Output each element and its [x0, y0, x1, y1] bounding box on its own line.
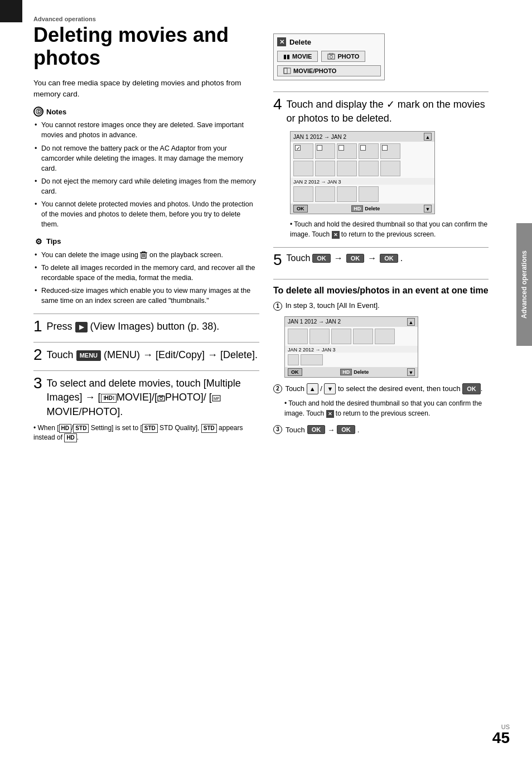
thumb-s-7 [301, 354, 323, 365]
step-5-text: Touch OK → OK → OK . [287, 253, 489, 263]
thumb-grid-1-date2: JAN 2 2012 → JAN 3 [291, 178, 434, 185]
step-1-text: Press ▶ (View Images) button (p. 38). [47, 320, 259, 334]
thumb-grid-1-rows [291, 142, 434, 178]
sub-step-1-num: 1 [273, 302, 282, 311]
step-3-note: • When [HD/STD Setting] is set to [STD S… [33, 423, 259, 443]
note-item-4: You cannot delete protected movies and p… [33, 199, 259, 229]
photo-icon-small [157, 395, 165, 402]
arrow-1: → [334, 253, 343, 263]
thumb-check-5 [382, 145, 388, 151]
sub-step-2: 2 Touch ▲ / ▼ to select the desired even… [273, 383, 489, 395]
divider-3 [33, 370, 259, 371]
thumb-check-1 [295, 145, 301, 151]
std-appears-badge: STD [201, 424, 217, 433]
top-bar-decoration [0, 0, 22, 22]
svg-rect-15 [284, 68, 287, 74]
side-tab: Advanced operations [516, 223, 532, 346]
svg-text:MP: MP [214, 397, 220, 401]
step-3: 3 To select and delete movies, touch [Mu… [33, 377, 259, 442]
thumb-cell-13 [337, 186, 357, 202]
thumb-cell-8 [337, 161, 357, 176]
thumb-cell-2 [315, 143, 335, 159]
movie-photo-icon-dialog [283, 67, 291, 74]
page-title: Deleting movies and photos [33, 23, 259, 70]
dialog-movie-btn: ▮▮ MOVIE [277, 51, 318, 62]
movie-icon-dialog: ▮▮ [283, 54, 290, 60]
note-x-icon-2: ✕ [326, 410, 334, 418]
side-tab-label: Advanced operations [520, 250, 528, 319]
step-4-note: • Touch and hold the desired thumbnail s… [290, 220, 489, 239]
section-label: Advanced operations [33, 16, 259, 22]
thumb-row-4 [288, 329, 415, 344]
sub-step-1: 1 In step 3, touch [All In Event]. [273, 301, 489, 311]
step-4-number: 4 [273, 97, 282, 112]
thumb-delete-label: Delete [365, 206, 380, 211]
thumb-row-5 [288, 354, 415, 365]
svg-point-12 [330, 56, 333, 59]
step-5: 5 Touch OK → OK → OK . [273, 253, 489, 268]
trash-icon [140, 251, 147, 259]
step-5-number: 5 [273, 252, 282, 268]
ok-sub-3-btn-2: OK [337, 425, 355, 434]
thumb-cell-11 [293, 186, 313, 202]
thumb-delete-label-2: Delete [354, 369, 369, 375]
notes-icon: Ⓓ [33, 107, 43, 117]
thumb-s-5 [375, 329, 395, 344]
thumb-row-1 [293, 143, 432, 159]
divider-2 [33, 342, 259, 343]
note-x-icon: ✕ [332, 231, 340, 239]
footer-hd-delete-2: HD Delete [340, 369, 369, 375]
thumb-grid-2-content [285, 327, 418, 346]
step-4: 4 Touch and display the ✓ mark on the mo… [273, 98, 489, 126]
notes-section-header: Ⓓ Notes [33, 107, 259, 117]
hd-instead-badge: HD [64, 433, 76, 442]
tip-item-2: To delete all images recorded in the mem… [33, 263, 259, 283]
scroll-down-btn: ▼ [424, 205, 432, 213]
thumb-cell-6 [293, 161, 313, 176]
thumb-grid-1-header: JAN 1 2012 → JAN 2 ▲ [291, 132, 434, 142]
thumb-grid-1-date1: JAN 1 2012 → JAN 2 [293, 134, 346, 140]
menu-button: MENU [76, 350, 101, 361]
step-2-text: Touch MENU (MENU) → [Edit/Copy] → [Delet… [47, 348, 259, 362]
step-3-number: 3 [33, 375, 42, 391]
notes-label: Notes [46, 108, 66, 116]
sub-step-2-num: 2 [273, 384, 282, 393]
dialog-area: ✕ Delete ▮▮ MOVIE PHOTO MOVIE/PHOTO [273, 33, 489, 80]
thumb-s-3 [331, 329, 351, 344]
sub-step-3-num: 3 [273, 425, 282, 434]
page-number: 45 [492, 730, 510, 746]
thumb-grid-2-footer: OK HD Delete ▼ [285, 367, 418, 377]
thumb-cell-4 [359, 143, 379, 159]
thumb-cell-5 [380, 143, 400, 159]
step-1-number: 1 [33, 319, 42, 334]
ok-btn-2: OK [346, 254, 365, 263]
thumb-row-2 [293, 161, 432, 176]
left-column: Advanced operations Deleting movies and … [22, 0, 268, 460]
delete-dialog: ✕ Delete ▮▮ MOVIE PHOTO MOVIE/PHOTO [273, 33, 385, 80]
photo-icon-dialog [327, 53, 335, 60]
thumb-s-1 [288, 329, 308, 344]
ok-btn-3: OK [380, 254, 398, 263]
thumb-check-4 [360, 145, 366, 151]
thumb-grid-1-footer: OK HD Delete ▼ [291, 204, 434, 214]
step-2: 2 Touch MENU (MENU) → [Edit/Copy] → [Del… [33, 348, 259, 363]
page-number-area: US 45 [492, 724, 510, 746]
tips-section-header: ⚙ Tips [33, 237, 259, 247]
dialog-buttons-row: ▮▮ MOVIE PHOTO [277, 51, 381, 62]
divider-5 [273, 247, 489, 248]
thumb-grid-2-header: JAN 1 2012 → JAN 2 ▲ [285, 317, 418, 327]
thumb-s-6 [288, 354, 299, 365]
dialog-photo-btn: PHOTO [321, 51, 365, 62]
arrow-sub-3: → [327, 426, 335, 434]
dialog-title-row: ✕ Delete [277, 37, 381, 46]
note-item-1: You cannot restore images once they are … [33, 120, 259, 140]
tip-item-1: You can delete the image using on the pl… [33, 250, 259, 260]
thumb-grid-2-row2 [285, 353, 418, 367]
thumb-cell-7 [315, 161, 335, 176]
period: . [400, 253, 403, 263]
tip-item-3: Reduced-size images which enable you to … [33, 286, 259, 306]
thumb-check-3 [338, 145, 344, 151]
sub-step-2-note: • Touch and hold the desired thumbnail s… [284, 399, 489, 418]
scroll-up-btn: ▲ [424, 133, 432, 141]
ok-sub-2-btn: OK [462, 383, 481, 395]
